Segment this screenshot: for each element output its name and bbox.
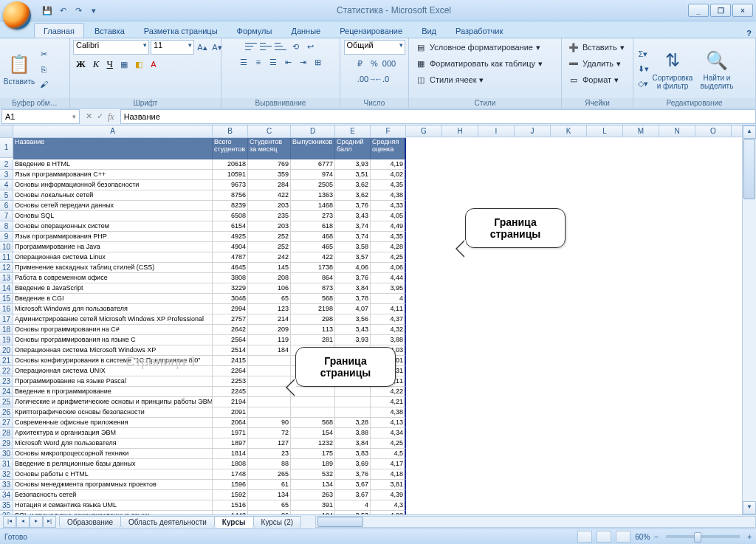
cell[interactable]: 184 [248, 345, 291, 356]
tab-review[interactable]: Рецензирование [331, 24, 411, 38]
paste-button[interactable]: 📋 Вставить [3, 43, 35, 96]
help-icon[interactable]: ? [746, 29, 752, 38]
number-format-combo[interactable]: Общий [344, 40, 405, 55]
formula-input[interactable]: Название [120, 109, 756, 124]
bold-button[interactable]: Ж [73, 57, 89, 72]
cell[interactable]: 3,83 [335, 449, 371, 459]
row-header[interactable]: 15 [0, 294, 13, 304]
cell[interactable]: 4,17 [371, 459, 406, 469]
cell[interactable]: 3,76 [335, 273, 371, 283]
currency-icon[interactable]: ₽ [353, 57, 366, 70]
cell[interactable] [335, 397, 371, 407]
sheet-tab[interactable]: Область деятельности [120, 516, 215, 528]
column-header[interactable]: E [335, 125, 371, 138]
cell[interactable]: 4645 [213, 263, 248, 273]
cell[interactable]: Архитектура и организация ЭВМ [13, 428, 213, 438]
cell[interactable]: 2091 [213, 407, 248, 418]
cell[interactable]: Основы работы с HTML [13, 469, 213, 480]
cell[interactable] [248, 356, 291, 366]
cell[interactable]: 3,78 [335, 294, 371, 304]
cell[interactable]: 4 [371, 294, 406, 304]
cell[interactable]: 263 [291, 490, 335, 500]
column-header[interactable]: P [732, 125, 743, 137]
column-header[interactable]: F [371, 125, 406, 138]
row-header[interactable]: 31 [0, 459, 13, 469]
cell[interactable]: 4,25 [371, 438, 406, 449]
grow-font-icon[interactable]: A▴ [196, 41, 209, 54]
row-header[interactable]: 22 [0, 366, 13, 376]
cell[interactable]: 4787 [213, 252, 248, 263]
cell[interactable]: Основы программирования на C# [13, 325, 213, 335]
cell[interactable]: 2264 [213, 366, 248, 376]
cell[interactable] [248, 366, 291, 376]
normal-view-icon[interactable] [577, 531, 592, 543]
zoom-slider[interactable] [666, 535, 740, 538]
row-header[interactable]: 1 [0, 138, 13, 158]
clear-icon[interactable]: ◇▾ [636, 78, 650, 91]
cell[interactable]: Основы локальных сетей [13, 190, 213, 201]
scroll-up-icon[interactable]: ▲ [743, 125, 756, 139]
column-header[interactable]: B [213, 125, 248, 138]
cell[interactable]: 273 [291, 211, 335, 221]
delete-cells-button[interactable]: ➖Удалить ▾ [565, 56, 624, 71]
row-header[interactable]: 27 [0, 418, 13, 428]
hscroll-thumb[interactable] [317, 517, 363, 527]
page-break-view-icon[interactable] [616, 531, 630, 543]
cell[interactable]: 1738 [291, 263, 335, 273]
qat-more-icon[interactable]: ▾ [88, 4, 100, 16]
cell[interactable]: Microsoft Windows для пользователя [13, 304, 213, 314]
redo-icon[interactable]: ↷ [72, 4, 84, 16]
cell[interactable]: 242 [248, 252, 291, 263]
cell[interactable]: 4,21 [371, 397, 406, 407]
cell[interactable]: 4,32 [371, 325, 406, 335]
cell-styles-button[interactable]: ◫Стили ячеек ▾ [412, 72, 487, 87]
cell[interactable]: 3,74 [335, 221, 371, 232]
cell[interactable]: 6777 [291, 159, 335, 170]
cell[interactable]: 106 [248, 283, 291, 294]
tab-formulas[interactable]: Формулы [228, 24, 281, 38]
cell[interactable]: Microsoft Word для пользователя [13, 438, 213, 449]
cell[interactable]: 4,33 [371, 201, 406, 211]
cell[interactable]: 1814 [213, 449, 248, 459]
row-header[interactable]: 35 [0, 500, 13, 511]
cell[interactable]: 61 [248, 480, 291, 490]
row-header[interactable]: 2 [0, 159, 13, 170]
cell[interactable]: Работа в современном офисе [13, 273, 213, 283]
merge-icon[interactable]: ⊞ [311, 55, 324, 69]
cell[interactable]: 134 [248, 490, 291, 500]
fx-icon[interactable]: fx [108, 111, 114, 123]
cell[interactable]: 3048 [213, 294, 248, 304]
cell[interactable]: 4,34 [371, 428, 406, 438]
cell[interactable]: 422 [291, 252, 335, 263]
cell[interactable]: 3,74 [335, 232, 371, 242]
cell[interactable]: Основы SQL [13, 211, 213, 221]
table-header-cell[interactable]: Всего студентов [213, 138, 248, 159]
row-header[interactable]: 10 [0, 242, 13, 252]
sheet-tab[interactable]: Образование [59, 516, 121, 528]
cell[interactable]: 1971 [213, 428, 248, 438]
cell[interactable]: 2245 [213, 387, 248, 397]
cell[interactable]: Основы операционных систем [13, 221, 213, 232]
cell[interactable]: 4,5 [371, 449, 406, 459]
cell[interactable]: 2514 [213, 345, 248, 356]
tab-insert[interactable]: Вставка [86, 24, 134, 38]
comma-icon[interactable]: 000 [382, 57, 396, 70]
name-box[interactable]: A1 [1, 109, 80, 124]
cell[interactable]: 4,3 [371, 500, 406, 511]
maximize-button[interactable]: ❐ [710, 4, 731, 17]
column-header[interactable]: C [248, 125, 291, 138]
increase-indent-icon[interactable]: ⇥ [296, 55, 309, 69]
sort-filter-button[interactable]: ⇅ Сортировка и фильтр [651, 43, 694, 96]
table-header-cell[interactable]: Название [13, 138, 213, 159]
cell[interactable]: 1516 [213, 500, 248, 511]
cell[interactable]: 4,35 [371, 232, 406, 242]
cell[interactable]: 72 [248, 428, 291, 438]
cell[interactable]: 864 [291, 273, 335, 283]
format-cells-button[interactable]: ▭Формат ▾ [565, 72, 622, 87]
sheet-tab[interactable]: Курсы [214, 516, 254, 528]
page-layout-view-icon[interactable] [597, 531, 611, 543]
row-header[interactable]: 17 [0, 314, 13, 325]
cell[interactable]: 4,11 [371, 304, 406, 314]
cell[interactable]: Введение в CGI [13, 294, 213, 304]
cell[interactable] [291, 387, 335, 397]
